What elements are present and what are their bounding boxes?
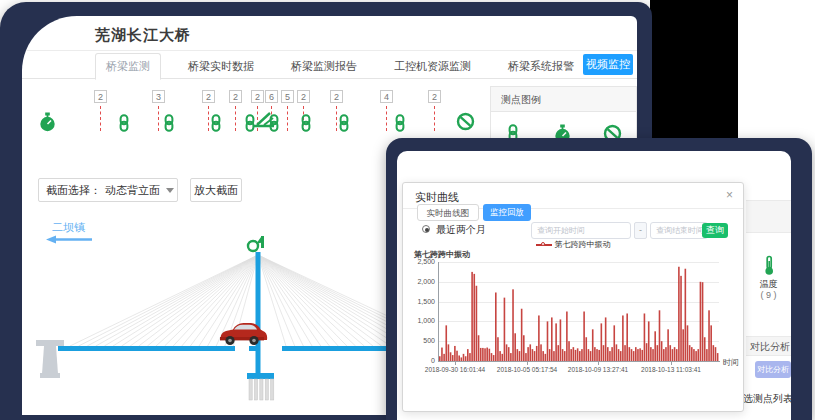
sensor-icon-wrap — [300, 114, 312, 136]
x-axis-line — [438, 361, 720, 362]
sensor-icon-wrap — [210, 114, 222, 136]
legend-panel-title: 测点图例 — [491, 87, 636, 112]
radio-dot — [425, 228, 429, 232]
side-panel-header-band — [746, 200, 791, 233]
y-axis-line — [438, 262, 439, 361]
sensor-count-box: 4 — [380, 90, 393, 103]
thermometer-icon[interactable] — [763, 255, 776, 276]
chain-link-icon[interactable] — [300, 114, 312, 132]
y-axis-tick-label: 500 — [403, 337, 435, 344]
x-axis-tick-label: 2018-10-13 11:03:41 — [631, 366, 711, 373]
red-dashed-line — [336, 106, 337, 131]
x-axis-tick — [455, 362, 456, 365]
section-select-group: 截面选择： 动态背立面 — [38, 178, 178, 202]
modal-title: 实时曲线 — [415, 190, 459, 205]
sensor-count-box: 2 — [251, 90, 264, 103]
stopwatch-icon[interactable] — [38, 112, 57, 133]
y-axis-tick-label: 0 — [403, 357, 435, 364]
chain-link-icon[interactable] — [210, 114, 222, 132]
main-tab-1[interactable]: 桥梁监测 — [95, 53, 161, 80]
chain-link-icon[interactable] — [118, 114, 130, 132]
x-axis-tick — [671, 362, 672, 365]
x-axis-tick-label: 2018-10-05 05:17:54 — [487, 366, 567, 373]
sensor-count-box: 2 — [428, 90, 441, 103]
sensor-count-box: 2 — [94, 90, 107, 103]
red-dashed-line — [158, 106, 159, 131]
recent-two-months-radio[interactable] — [422, 225, 430, 233]
main-tab-3[interactable]: 桥梁监测报告 — [281, 54, 367, 79]
sensor-count-box: 2 — [202, 90, 215, 103]
query-end-time-input[interactable] — [650, 222, 708, 239]
main-tabbar: 桥梁监测桥梁实时数据桥梁监测报告工控机资源监测桥梁系统报警 — [95, 55, 601, 79]
legend-series-label: 第七跨跨中振动 — [555, 240, 611, 249]
realtime-curve-modal: 实时曲线 × 实时曲线图 监控回放 最近两个月 - 查询 第七跨跨中振动 第七跨… — [402, 182, 744, 412]
chart-title: 第七跨跨中振动 — [414, 249, 470, 260]
sensor-icon-wrap — [338, 114, 350, 136]
x-axis-tick — [598, 362, 599, 365]
x-axis-title: 时间 — [723, 357, 739, 368]
red-dashed-line — [386, 106, 387, 131]
video-monitor-button[interactable]: 视频监控 — [583, 54, 633, 75]
chain-link-icon[interactable] — [268, 114, 280, 132]
section-select-label: 截面选择： — [39, 183, 105, 198]
zoom-section-button[interactable]: 放大截面 — [190, 178, 242, 202]
section-select-value: 动态背立面 — [105, 183, 160, 198]
red-dashed-line — [235, 106, 236, 131]
sensor-icon-wrap — [268, 114, 280, 136]
sensor-icon-wrap — [38, 112, 57, 137]
sensor-count-box: 2 — [330, 90, 343, 103]
anemometer-icon[interactable] — [248, 236, 264, 251]
recent-two-months-label: 最近两个月 — [436, 223, 486, 237]
sensor-icon-wrap — [163, 114, 175, 136]
screenshot-stage: 芜湖长江大桥 桥梁监测桥梁实时数据桥梁监测报告工控机资源监测桥梁系统报警 视频监… — [0, 0, 815, 420]
curve-popup-window: 温度 ( 9 ) 对比分析 对比分析 已选测点列表 实时曲线 × 实时曲线图 监… — [397, 151, 791, 420]
bridge-pier — [36, 340, 64, 378]
chart-gridline — [439, 341, 719, 342]
tab-realtime-curve[interactable]: 实时曲线图 — [417, 204, 479, 221]
sensor-count-box: 3 — [152, 90, 165, 103]
y-axis-tick-label: 1,000 — [403, 317, 435, 324]
main-tab-4[interactable]: 工控机资源监测 — [384, 54, 481, 79]
chart-gridline — [439, 262, 719, 263]
temperature-count: ( 9 ) — [746, 290, 791, 300]
y-axis-tick-label: 2,000 — [403, 278, 435, 285]
desktop-black-region — [650, 0, 738, 140]
query-button[interactable]: 查询 — [702, 223, 728, 238]
direction-label: 二坝镇 — [52, 220, 85, 235]
sensor-count-box: 2 — [297, 90, 310, 103]
close-icon[interactable]: × — [726, 188, 733, 202]
x-axis-tick-label: 2018-10-09 13:27:41 — [558, 366, 638, 373]
date-range-separator: - — [634, 222, 647, 239]
sensor-count-box: 6 — [265, 90, 278, 103]
sensor-count-box: 5 — [281, 90, 294, 103]
red-dashed-line — [208, 106, 209, 131]
no-entry-icon[interactable] — [456, 112, 475, 131]
tab-monitor-playback[interactable]: 监控回放 — [483, 204, 531, 221]
red-dashed-line — [287, 106, 288, 131]
red-dashed-line — [434, 106, 435, 131]
chain-link-icon[interactable] — [163, 114, 175, 132]
legend-line-marker-icon — [536, 242, 552, 247]
tower-piles — [249, 379, 274, 400]
bridge-tower — [256, 252, 261, 373]
sensor-icon-wrap — [394, 114, 406, 136]
section-select-dropdown[interactable]: 动态背立面 — [105, 183, 174, 198]
x-axis-tick — [527, 362, 528, 365]
chart-series-bars — [439, 262, 719, 361]
sensor-icon-wrap — [456, 112, 475, 135]
chain-link-icon[interactable] — [338, 114, 350, 132]
x-axis-tick-label: 2018-09-30 16:01:44 — [415, 366, 495, 373]
y-axis-tick-label: 1,500 — [403, 298, 435, 305]
main-tab-2[interactable]: 桥梁实时数据 — [178, 54, 264, 79]
compare-analysis-button[interactable]: 对比分析 — [755, 361, 791, 378]
query-start-time-input[interactable] — [531, 222, 631, 239]
tower-pile-cap — [247, 373, 274, 379]
chart-gridline — [439, 321, 719, 322]
main-tab-5[interactable]: 桥梁系统报警 — [498, 54, 584, 79]
sensor-icon-wrap — [118, 114, 130, 136]
chart-gridline — [439, 282, 719, 283]
sensor-count-box: 2 — [229, 90, 242, 103]
bridge-deck-mid — [249, 346, 256, 351]
page-title: 芜湖长江大桥 — [95, 26, 191, 45]
chain-link-icon[interactable] — [394, 114, 406, 132]
